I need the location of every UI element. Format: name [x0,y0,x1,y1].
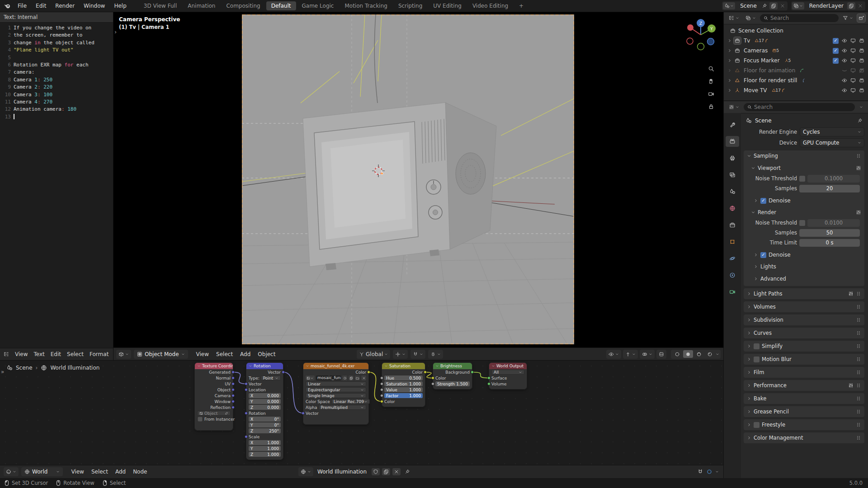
outliner-row[interactable]: Tv17 [724,36,868,46]
value-field[interactable]: 0 s [799,239,860,247]
viewport-visibility-icon[interactable] [850,58,856,63]
node-saturation[interactable]: SaturationColorHue0.500Saturation1.000Va… [382,363,425,407]
overlays-dropdown[interactable] [640,350,655,359]
overlay-toggle-icon[interactable] [706,469,712,475]
chevron-down-icon[interactable] [715,470,719,474]
node-menu-add[interactable]: Add [112,469,129,475]
visibility-icon[interactable] [842,38,847,43]
object-name[interactable]: Floor for animation [744,67,795,74]
snap-node-icon[interactable] [697,469,703,475]
text-menu-view[interactable]: View [15,351,28,357]
node-dropdown[interactable]: Linear [306,381,366,386]
socket-vector[interactable] [231,388,235,391]
checkbox[interactable] [833,38,839,44]
render-visibility-icon[interactable] [859,88,864,93]
panel-curves[interactable]: Curves [744,328,864,338]
world-datablock-name[interactable]: World Illumination [315,469,369,475]
shader-type-dropdown[interactable]: World [21,467,63,476]
node-header[interactable]: Rotation [246,363,283,369]
checkbox[interactable] [833,58,839,64]
node-canvas[interactable]: » Scene › World Illumination Texture Coo… [0,361,723,465]
node-link[interactable] [472,372,489,378]
socket-shader[interactable] [487,382,491,385]
new-collection-button[interactable] [857,14,865,22]
panel-subdivision[interactable]: Subdivision [744,314,864,325]
node-dropdown[interactable]: Linear Rec.709 [331,399,370,404]
node-link[interactable] [283,372,303,413]
socket-shader[interactable] [471,371,474,374]
text-menu-select[interactable]: Select [67,351,84,357]
socket-vector[interactable] [302,412,305,415]
expand-icon[interactable] [727,88,732,93]
panel-header[interactable]: Curves [744,328,864,338]
value-field[interactable]: 0.1000 [807,175,860,183]
checkbox[interactable] [760,198,766,204]
browse-viewlayer-button[interactable] [792,2,804,9]
workspace-tab-animation[interactable]: Animation [183,1,220,10]
panel-header[interactable]: Bake [744,393,864,404]
node-menu-view[interactable]: View [67,469,87,475]
text-menu-icon[interactable] [4,352,9,357]
properties-tab-world[interactable] [726,203,739,214]
subpanel-advanced[interactable]: Advanced [744,273,864,284]
socket-color[interactable] [424,371,427,374]
outliner-row[interactable]: Floor for render still [724,75,868,85]
subpanel-header-viewport[interactable]: Viewport [744,163,864,174]
workspace-tab-default[interactable]: Default [266,1,296,10]
navigation-gizmo[interactable]: Z Y [684,18,718,52]
proportional-edit-toggle[interactable] [428,350,443,359]
object-name[interactable]: Cameras [744,47,768,54]
browse-scene-button[interactable] [723,2,735,9]
object-field[interactable]: Object [197,411,231,416]
panel-color-management[interactable]: Color Management [744,432,864,443]
gizmos-dropdown[interactable] [623,350,638,359]
image-close-button[interactable] [361,375,366,380]
checkbox[interactable] [754,422,760,428]
viewport-visibility-icon[interactable] [850,38,856,43]
editor-type-button[interactable] [116,350,131,359]
node-field-saturation[interactable]: Saturation1.000 [384,381,423,386]
node-header[interactable]: Saturation [382,363,425,369]
node-link[interactable] [233,372,246,384]
render-visibility-icon[interactable] [859,58,864,63]
outliner-filter-button[interactable] [840,14,855,23]
property-dropdown[interactable]: Cycles [800,127,864,136]
panel-grease-pencil[interactable]: Grease Pencil [744,406,864,417]
subpanel-lights[interactable]: Lights [744,261,864,272]
viewport-visibility-icon[interactable] [850,88,856,93]
shader-type-icon-button[interactable] [4,467,19,476]
browse-world-button[interactable] [298,467,313,476]
camera-view[interactable] [242,14,574,344]
properties-tab-photos[interactable] [726,169,739,180]
socket-color[interactable] [380,400,383,403]
outliner-row[interactable]: Cameras5 [724,46,868,56]
node-axis-field[interactable]: Y0.000 [249,399,281,404]
panel-header[interactable]: Volumes [744,301,864,312]
outliner-row[interactable]: Floor for animation [724,66,868,75]
expand-icon[interactable] [727,78,732,83]
node-sidebar-toggle[interactable]: » [1,369,4,375]
object-name[interactable]: Move TV [744,87,767,94]
workspace-tab-motion-tracking[interactable]: Motion Tracking [340,1,392,10]
zoom-icon[interactable] [708,66,714,72]
node-mosaic-funnel-4k-exr[interactable]: mosaic_funnel_4k.exrColormosaic_funnel_.… [303,363,368,424]
viewport-menu-add[interactable]: Add [236,351,254,357]
menu-help[interactable]: Help [110,1,130,10]
render-visibility-icon[interactable] [859,68,864,73]
orientation-dropdown[interactable]: Global [357,350,390,359]
properties-tab-wrench[interactable] [726,119,739,130]
image-folder-button[interactable] [355,375,360,380]
panel-header[interactable]: Freestyle [744,419,864,430]
fake-user-button[interactable] [372,468,380,475]
object-visibility-dropdown[interactable] [606,350,621,359]
value-field[interactable]: 0.0100 [807,219,860,227]
visibility-icon[interactable] [842,68,847,73]
checkbox[interactable] [754,343,760,349]
viewlayer-selector[interactable]: RenderLayer [791,1,865,10]
menu-file[interactable]: File [14,1,31,10]
socket-vector[interactable] [231,376,235,380]
shading-rendered-button[interactable] [705,350,715,358]
node-field-hue[interactable]: Hue0.500 [384,375,423,380]
workspace-tab-compositing[interactable]: Compositing [221,1,265,10]
socket-vector[interactable] [245,435,248,438]
